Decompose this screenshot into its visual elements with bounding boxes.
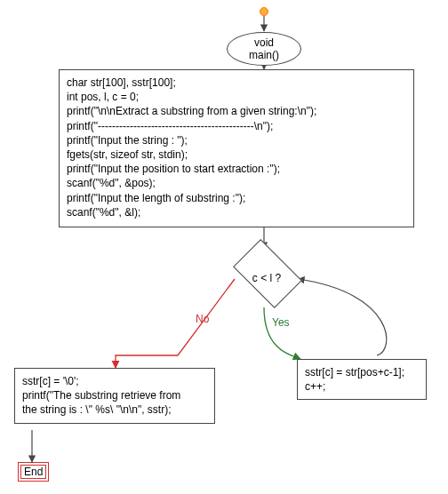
- start-node: [260, 7, 268, 16]
- condition-label: c < l ?: [240, 272, 293, 284]
- after-loop-process: sstr[c] = '\0'; printf("The substring re…: [14, 368, 215, 424]
- edge-yes-label: Yes: [272, 316, 290, 329]
- main-terminator: void main(): [227, 32, 301, 66]
- end-terminator: End: [18, 462, 49, 482]
- loop-body-text: sstr[c] = str[pos+c-1]; c++;: [305, 366, 404, 393]
- loop-body-process: sstr[c] = str[pos+c-1]; c++;: [297, 359, 427, 400]
- init-process: char str[100], sstr[100]; int pos, l, c …: [59, 69, 414, 227]
- edge-no-label: No: [196, 313, 209, 325]
- after-loop-text: sstr[c] = '\0'; printf("The substring re…: [22, 375, 180, 416]
- init-text: char str[100], sstr[100]; int pos, l, c …: [67, 76, 316, 219]
- end-label: End: [24, 466, 43, 478]
- main-label: void main(): [249, 36, 279, 61]
